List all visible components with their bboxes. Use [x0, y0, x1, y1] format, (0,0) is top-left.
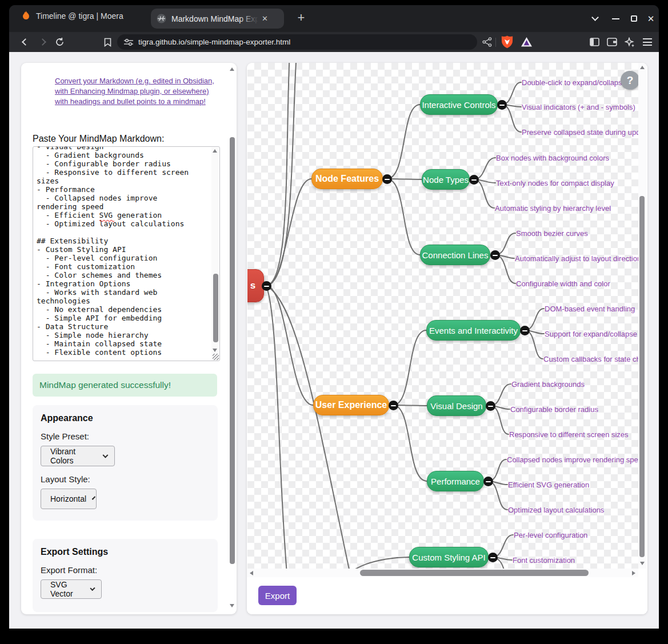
layout-style-select[interactable]: Horizontal [41, 489, 97, 509]
mindmap-viewport[interactable]: s Node Features Interactive Controls Nod… [247, 63, 638, 569]
wallet-button[interactable] [604, 32, 620, 52]
mindmap-node-visual-design[interactable]: Visual Design [427, 395, 486, 416]
tab-mindmap-exporter[interactable]: Markdown MindMap Exp ✕ [151, 9, 284, 29]
mindmap-horizontal-scrollbar[interactable] [247, 569, 638, 577]
maximize-button[interactable] [625, 5, 642, 32]
mindmap-hscrollbar-thumb[interactable] [360, 570, 589, 576]
menu-button[interactable] [639, 32, 655, 52]
intro-link[interactable]: Convert your Markdown (e.g. edited in Ob… [55, 76, 216, 107]
sidebar-scroll-up-icon[interactable] [230, 67, 234, 71]
site-settings-icon [124, 38, 133, 46]
mindmap-node-user-experience[interactable]: User Experience [313, 395, 389, 415]
mindmap-card: s Node Features Interactive Controls Nod… [247, 63, 647, 614]
forward-button[interactable] [34, 32, 50, 52]
connection-lines-svg [247, 63, 638, 569]
collapse-indicator[interactable] [486, 401, 495, 411]
leaf-label: Custom callbacks for state changes [543, 355, 638, 363]
collapse-indicator[interactable] [483, 477, 493, 486]
moera-flame-icon [22, 11, 30, 21]
scroll-down-icon[interactable] [213, 349, 217, 352]
scroll-up-icon[interactable] [640, 66, 645, 69]
sidebar-toggle-button[interactable] [586, 32, 602, 52]
tab-moera[interactable]: Timeline @ tigra | Moera [22, 11, 123, 21]
resize-grip[interactable] [213, 354, 219, 360]
browser-menu-chevron[interactable] [586, 5, 603, 32]
browser-toolbar: tigra.github.io/simple-mindmap-exporter.… [9, 32, 659, 52]
export-settings-heading: Export Settings [41, 547, 210, 557]
chevron-down-icon [90, 586, 95, 591]
minimize-button[interactable] [607, 5, 624, 32]
leaf-label: Per-level configuration [514, 531, 587, 539]
tab-bar: Timeline @ tigra | Moera Markdown MindMa… [9, 5, 659, 32]
status-message: MindMap generated successfully! [33, 374, 217, 397]
share-icon [482, 37, 492, 47]
bookmark-button[interactable] [99, 32, 115, 52]
close-tab-icon[interactable]: ✕ [262, 15, 268, 22]
leaf-label: Automatic styling by hierarchy level [495, 204, 611, 213]
scroll-up-icon[interactable] [213, 149, 217, 153]
scroll-down-icon[interactable] [640, 562, 645, 565]
mindmap-node-connection-lines[interactable]: Connection Lines [420, 245, 490, 265]
leaf-label: Preserve collapsed state during updates [522, 128, 638, 137]
export-button[interactable]: Export [258, 586, 297, 605]
leaf-label: Collapsed nodes improve rendering speed [507, 455, 638, 464]
maximize-icon [631, 15, 637, 22]
toolbar-divider [494, 32, 497, 52]
mindmap-node-node-features[interactable]: Node Features [311, 169, 383, 189]
bookmark-icon [104, 38, 111, 47]
brave-rewards-button[interactable]: 1 [518, 32, 535, 52]
back-button[interactable] [17, 32, 33, 52]
leo-ai-button[interactable] [622, 32, 638, 52]
leaf-label: Gradient backgrounds [511, 380, 585, 389]
mindmap-node-performance[interactable]: Performance [427, 471, 484, 491]
mindmap-vscrollbar-thumb[interactable] [639, 196, 645, 557]
brave-shield-icon [501, 35, 513, 49]
tab-title: Markdown MindMap Exp [171, 14, 258, 23]
markdown-text: - Visual Design - Gradient backgrounds -… [37, 146, 202, 357]
collapse-indicator[interactable] [497, 100, 507, 110]
collapse-indicator[interactable] [389, 401, 398, 410]
export-format-value: SVG Vector [50, 580, 84, 598]
collapse-indicator[interactable] [520, 326, 530, 335]
leaf-label: Box nodes with background colors [496, 154, 609, 162]
address-bar[interactable]: tigra.github.io/simple-mindmap-exporter.… [117, 34, 477, 50]
mindmap-vertical-scrollbar[interactable] [638, 63, 646, 569]
appearance-panel: Appearance Style Preset: Vibrant Colors … [33, 405, 218, 521]
help-button[interactable]: ? [621, 71, 638, 90]
mindmap-node-custom-styling-api[interactable]: Custom Styling API [409, 547, 489, 567]
hamburger-icon [643, 38, 652, 46]
leaf-label: Text-only nodes for compact display [496, 179, 614, 187]
leaf-label: Visual indicators (+ and - symbols) [522, 103, 635, 111]
export-format-select[interactable]: SVG Vector [41, 579, 102, 599]
collapse-indicator[interactable] [262, 281, 271, 291]
sidebar-scrollbar-thumb[interactable] [230, 137, 235, 564]
new-tab-button[interactable]: + [293, 10, 309, 26]
leaf-label: Automatically adjust to layout direction [515, 254, 638, 263]
reload-icon [55, 37, 65, 47]
textarea-scrollbar-thumb[interactable] [213, 274, 218, 342]
sidebar-scroll-down-icon[interactable] [230, 604, 234, 607]
collapse-indicator[interactable] [469, 175, 479, 185]
scroll-left-icon[interactable] [250, 571, 253, 575]
reload-button[interactable] [51, 32, 67, 52]
scroll-right-icon[interactable] [632, 571, 635, 575]
style-preset-select[interactable]: Vibrant Colors [41, 446, 115, 466]
collapse-indicator[interactable] [488, 553, 498, 562]
collapse-indicator[interactable] [490, 250, 500, 260]
collapse-indicator[interactable] [382, 174, 392, 184]
style-preset-label: Style Preset: [41, 431, 210, 441]
mindmap-node-node-types[interactable]: Node Types [422, 169, 470, 190]
leaf-label: DOM-based event handling [545, 305, 635, 313]
mindmap-node-interactive-controls[interactable]: Interactive Controls [420, 94, 498, 115]
brave-shields-button[interactable] [499, 32, 514, 52]
close-icon: ✕ [647, 14, 655, 23]
mindmap-node-events-and-interactivity[interactable]: Events and Interactivity [426, 320, 521, 341]
markdown-textarea[interactable]: - Visual Design - Gradient backgrounds -… [33, 146, 220, 361]
close-window-button[interactable]: ✕ [642, 5, 659, 32]
export-row: Export [247, 577, 647, 614]
leaf-label: Configurable width and color [516, 279, 610, 288]
leaf-label: Responsive to different screen sizes [509, 430, 629, 439]
style-preset-value: Vibrant Colors [50, 447, 97, 465]
share-button[interactable] [480, 32, 494, 52]
brave-rewards-icon [521, 37, 533, 47]
